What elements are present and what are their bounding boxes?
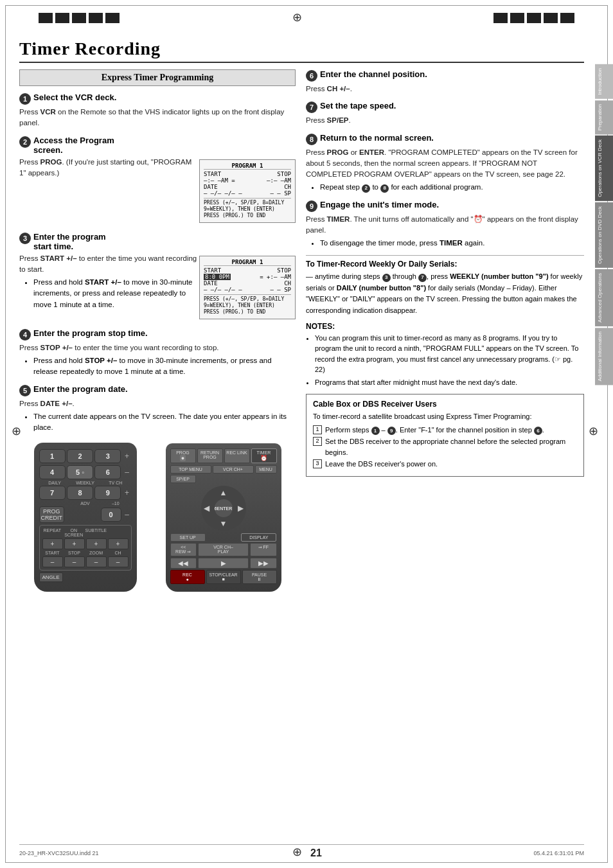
step-4-number: 4 <box>19 329 31 341</box>
step-8-header: 8 Return to the normal screen. <box>306 133 584 145</box>
ff-btn[interactable]: ⇒ FF <box>250 543 277 556</box>
btn-0[interactable]: 0 <box>101 508 121 522</box>
play-btn[interactable]: ▶ <box>198 558 249 569</box>
vcr-ch-plus-btn[interactable]: VCR CH+ <box>213 465 254 474</box>
cable-step-3-num: 3 <box>313 459 322 468</box>
step-5-body: Press DATE +/–. <box>19 398 296 409</box>
ch-plus[interactable]: + <box>108 538 129 549</box>
btn-9[interactable]: 9 <box>94 486 121 500</box>
timer-btn[interactable]: TIMER⏰ <box>251 448 277 463</box>
repeat-plus[interactable]: + <box>42 538 63 549</box>
left-arrow-btn[interactable]: ◀ <box>204 504 209 513</box>
transport-row-1: <<REW ⇒ VCR CH–PLAY ⇒ FF <box>170 543 277 556</box>
setup-btn[interactable]: SET UP <box>170 533 206 542</box>
btn-1[interactable]: 1 <box>39 449 66 463</box>
prog-btn[interactable]: PROG● <box>170 448 196 463</box>
timer-record-title: To Timer-Record Weekly Or Daily Serials: <box>306 260 584 269</box>
prog-credit-btn[interactable]: PROGCREDIT <box>39 506 65 523</box>
angle-btn[interactable]: ANGLE <box>39 572 63 582</box>
rec-stop-pause-row: REC● STOP/CLEAR■ PAUSE⏸ <box>170 570 277 584</box>
notes-section: NOTES: You can program this unit to time… <box>306 322 584 388</box>
step-7-title: Set the tape speed. <box>320 101 396 111</box>
stop-minus[interactable]: – <box>64 556 85 567</box>
display-btn[interactable]: DISPLAY <box>241 533 276 542</box>
enter-btn[interactable]: 6ENTER <box>215 499 233 517</box>
setup-display-row: SET UP DISPLAY <box>170 533 277 542</box>
zoom-minus[interactable]: – <box>86 556 107 567</box>
zero-row: PROGCREDIT 0 – <box>39 506 132 523</box>
tab-operations-dvd[interactable]: Operations on DVD Deck <box>595 202 613 268</box>
pause-btn[interactable]: PAUSE⏸ <box>242 570 277 584</box>
step-5-header: 5 Enter the program date. <box>19 384 296 396</box>
reg-mark-r4 <box>544 13 558 23</box>
sp-ep-btn[interactable]: SP/EP <box>170 475 196 483</box>
rec-record-btn[interactable]: REC● <box>170 570 205 584</box>
rec-link-btn[interactable]: REC LINK <box>224 448 250 463</box>
up-arrow-btn[interactable]: ▲ <box>220 488 227 497</box>
step-5-bullet-1: The current date appears on the TV scree… <box>33 411 296 434</box>
ps1-row4: – –/– –/– – – – SP <box>204 190 291 197</box>
ps1-row3: DATE CH <box>204 184 291 190</box>
stop-clear-btn[interactable]: STOP/CLEAR■ <box>206 570 241 584</box>
step-9-number: 9 <box>306 200 317 212</box>
step-6-number: 6 <box>306 70 317 82</box>
btn-8[interactable]: 8 <box>67 486 93 500</box>
rew-btn[interactable]: <<REW ⇒ <box>170 543 197 556</box>
timer-record-section: To Timer-Record Weekly Or Daily Serials:… <box>306 255 584 316</box>
step-8-number: 8 <box>306 134 317 145</box>
note-1: You can program this unit to timer-recor… <box>315 333 584 375</box>
step-1-header: 1 Select the VCR deck. <box>19 93 296 105</box>
ps2-row3: DATE CH <box>204 280 291 287</box>
tab-advanced[interactable]: Advanced Operations <box>595 269 613 326</box>
reg-mark-4 <box>89 13 103 23</box>
right-column: 6 Enter the channel position. Press CH +… <box>306 69 584 592</box>
onscreen-plus[interactable]: + <box>64 538 85 549</box>
ps1-title: PROGRAM 1 <box>204 163 291 170</box>
step-5-title: Enter the program date. <box>33 384 128 394</box>
btn-3[interactable]: 3 <box>94 449 121 463</box>
btn-4[interactable]: 4 <box>39 465 66 479</box>
step-6: 6 Enter the channel position. Press CH +… <box>306 69 584 94</box>
cable-box-section: Cable Box or DBS Receiver Users To timer… <box>306 394 584 477</box>
next-btn[interactable]: ▶▶ <box>250 558 277 569</box>
cable-step-3-text: Leave the DBS receiver's power on. <box>325 459 438 470</box>
tab-operations-vcr[interactable]: Operations on VCR Deck <box>595 136 613 201</box>
plus-bot: + <box>122 488 131 497</box>
step-4-bullet-1: Press and hold STOP +/– to move in 30-mi… <box>33 355 296 378</box>
return-btn[interactable]: RETURNPROG <box>197 448 223 463</box>
right-arrow-btn[interactable]: ▶ <box>238 504 244 513</box>
btn-6[interactable]: 6 <box>94 465 121 479</box>
vcr-remote: 1 2 3 + 4 5 ◦ 6 – <box>34 443 137 592</box>
transport-row-2: ◀◀ ▶ ▶▶ <box>170 558 277 569</box>
top-registration-marks-right <box>493 13 574 23</box>
ps2-row1: START STOP <box>204 267 291 274</box>
btn-5[interactable]: 5 ◦ <box>67 465 93 479</box>
cable-step-1-num: 1 <box>313 425 322 434</box>
top-menu-btn[interactable]: TOP MENU <box>170 465 211 474</box>
cable-box-intro: To timer-record a satellite broadcast us… <box>313 411 577 422</box>
page-title: Timer Recording <box>19 39 584 63</box>
step-4-header: 4 Enter the program stop time. <box>19 328 296 341</box>
reg-mark-r1 <box>493 13 508 23</box>
ps2-row2: 8:0 0PM = +:– –AM <box>204 274 291 280</box>
btn-2[interactable]: 2 <box>67 449 93 463</box>
step-3-header: 3 Enter the programstart time. <box>19 232 296 251</box>
down-arrow-btn[interactable]: ▼ <box>220 519 227 528</box>
start-minus[interactable]: – <box>42 556 63 567</box>
ch-minus[interactable]: – <box>108 556 129 567</box>
crosshair-right <box>589 424 601 437</box>
vcr-ch-minus-play-btn[interactable]: VCR CH–PLAY <box>198 543 249 556</box>
btn-7[interactable]: 7 <box>39 486 66 500</box>
cable-step-1-text: Perform steps 1 – 9. Enter "F-1" for the… <box>325 425 544 436</box>
cable-step-2-text: Set the DBS receiver to the appropriate … <box>325 436 577 457</box>
ps1-row2: –:– –AM = –:– –AM <box>204 177 291 184</box>
tab-preparation[interactable]: Preparation <box>595 100 613 134</box>
subtitle-plus[interactable]: + <box>86 538 107 549</box>
menu-btn[interactable]: MENU <box>255 465 277 474</box>
prev-btn[interactable]: ◀◀ <box>170 558 197 569</box>
tab-additional[interactable]: Additional Information <box>595 328 613 385</box>
reg-mark-5 <box>105 13 120 23</box>
tab-introduction[interactable]: Introduction <box>595 64 613 99</box>
step-6-header: 6 Enter the channel position. <box>306 69 584 82</box>
dvd-sp-row: SP/EP <box>170 475 277 483</box>
